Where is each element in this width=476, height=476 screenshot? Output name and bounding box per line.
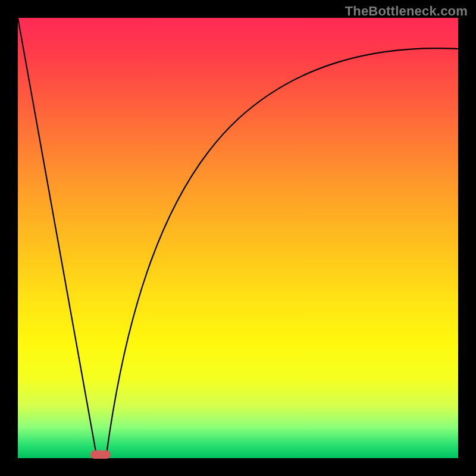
left-slope-line	[18, 18, 97, 458]
plot-area	[18, 18, 458, 458]
chart-lines	[18, 18, 458, 458]
chart-frame: TheBottleneck.com	[0, 0, 476, 476]
target-marker	[90, 450, 111, 459]
watermark-text: TheBottleneck.com	[345, 4, 468, 19]
right-curve-line	[106, 48, 458, 458]
